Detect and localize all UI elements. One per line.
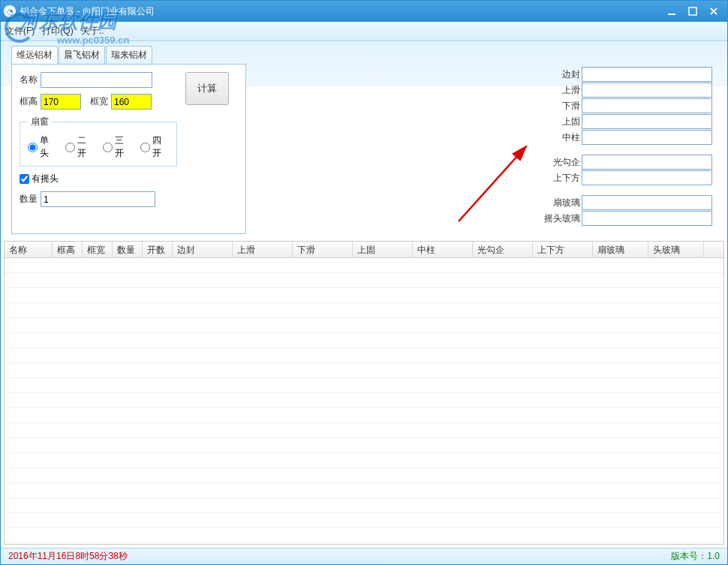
content-area: 维远铝材 晨飞铝材 瑞来铝材 计算 名称 框高 框宽 扇窗 单头 二开 三开 四… (1, 41, 727, 548)
table-row[interactable] (5, 393, 723, 408)
out-shangxiafang-label: 上下方 (553, 172, 580, 185)
fieldset-legend: 扇窗 (28, 116, 52, 128)
has-shake-checkbox[interactable] (20, 174, 29, 184)
grid-col-2[interactable]: 框宽 (83, 242, 113, 257)
grid-col-10[interactable]: 光勾企 (473, 242, 533, 257)
out-shanghua-field (582, 83, 712, 98)
out-bianfeng-field (582, 67, 712, 82)
menubar: 文件(F) 打印(Q) 关于.. (1, 22, 727, 41)
table-row[interactable] (5, 348, 723, 363)
statusbar: 2016年11月16日8时58分38秒 版本号：1.0 (1, 548, 727, 564)
out-yaotouboli-field (582, 211, 712, 226)
status-version: 版本号：1.0 (671, 550, 720, 563)
window-title: 铝合金下单器 - 向阳门业有限公司 (20, 5, 661, 18)
svg-line-2 (459, 146, 526, 221)
table-row[interactable] (5, 378, 723, 393)
table-row[interactable] (5, 453, 723, 468)
out-guanggouqi-field (582, 155, 712, 170)
grid-col-1[interactable]: 框高 (53, 242, 83, 257)
radio-triple[interactable]: 三开 (103, 134, 131, 160)
grid-body[interactable] (5, 258, 723, 544)
grid-col-13[interactable]: 头玻璃 (648, 242, 704, 257)
grid-col-9[interactable]: 中柱 (413, 242, 473, 257)
table-row[interactable] (5, 438, 723, 453)
width-label: 框宽 (90, 95, 108, 108)
out-yaotouboli-label: 摇头玻璃 (544, 212, 580, 225)
status-timestamp: 2016年11月16日8时58分38秒 (8, 550, 128, 563)
table-row[interactable] (5, 288, 723, 303)
table-row[interactable] (5, 333, 723, 348)
grid-header: 名称框高框宽数量开数边封上滑下滑上固中柱光勾企上下方扇玻璃头玻璃 (5, 242, 723, 258)
out-xiahua-field (582, 98, 712, 113)
grid-col-4[interactable]: 开数 (143, 242, 173, 257)
out-zhongzhu-field (582, 130, 712, 145)
grid-col-0[interactable]: 名称 (5, 242, 53, 257)
out-guanggouqi-label: 光勾企 (553, 156, 580, 169)
close-button[interactable] (703, 4, 724, 19)
name-input[interactable] (41, 72, 152, 88)
table-row[interactable] (5, 483, 723, 498)
table-row[interactable] (5, 468, 723, 483)
form-panel: 计算 名称 框高 框宽 扇窗 单头 二开 三开 四开 有摇头 数量 (11, 64, 246, 234)
tab-ruilai[interactable]: 瑞来铝材 (106, 46, 152, 64)
menu-print[interactable]: 打印(Q) (42, 25, 73, 38)
out-shanghua-label: 上滑 (562, 84, 580, 97)
table-row[interactable] (5, 498, 723, 513)
window-controls (661, 4, 724, 19)
grid-col-5[interactable]: 边封 (173, 242, 233, 257)
out-xiahua-label: 下滑 (562, 100, 580, 113)
minimize-button[interactable] (661, 4, 682, 19)
output-panel: 边封 上滑 下滑 上固 中柱 光勾企 上下方 扇玻璃 摇头玻璃 (517, 67, 712, 227)
titlebar: ◔ 铝合金下单器 - 向阳门业有限公司 (1, 1, 727, 22)
radio-quad[interactable]: 四开 (140, 134, 169, 160)
grid-col-6[interactable]: 上滑 (233, 242, 293, 257)
height-label: 框高 (20, 95, 38, 108)
grid-col-11[interactable]: 上下方 (533, 242, 593, 257)
has-shake-label: 有摇头 (32, 173, 59, 185)
app-icon: ◔ (4, 5, 16, 17)
svg-rect-1 (689, 8, 696, 15)
grid-col-8[interactable]: 上固 (353, 242, 413, 257)
calculate-button[interactable]: 计算 (185, 72, 229, 105)
tab-chenfei[interactable]: 晨飞铝材 (59, 46, 105, 64)
qty-label: 数量 (20, 193, 38, 206)
table-row[interactable] (5, 408, 723, 423)
grid-col-7[interactable]: 下滑 (293, 242, 353, 257)
menu-file[interactable]: 文件(F) (5, 25, 35, 38)
table-row[interactable] (5, 318, 723, 333)
out-shanboli-label: 扇玻璃 (553, 197, 580, 209)
out-shanboli-field (582, 195, 712, 210)
out-shangxiafang-field (582, 170, 712, 185)
maximize-button[interactable] (682, 4, 703, 19)
radio-single[interactable]: 单头 (28, 134, 56, 160)
menu-about[interactable]: 关于.. (81, 25, 104, 38)
table-row[interactable] (5, 303, 723, 318)
table-row[interactable] (5, 513, 723, 528)
table-row[interactable] (5, 423, 723, 438)
out-shanggu-label: 上固 (562, 116, 580, 128)
grid-col-12[interactable]: 扇玻璃 (593, 242, 648, 257)
width-input[interactable] (111, 94, 152, 110)
tabs-bar: 维远铝材 晨飞铝材 瑞来铝材 (11, 46, 723, 64)
table-row[interactable] (5, 273, 723, 288)
grid-col-3[interactable]: 数量 (113, 242, 143, 257)
name-label: 名称 (20, 74, 38, 86)
out-shanggu-field (582, 114, 712, 129)
data-grid[interactable]: 名称框高框宽数量开数边封上滑下滑上固中柱光勾企上下方扇玻璃头玻璃 (4, 241, 724, 545)
qty-input[interactable] (41, 191, 155, 207)
tab-weiyuan[interactable]: 维远铝材 (11, 46, 58, 64)
svg-rect-0 (668, 14, 675, 15)
table-row[interactable] (5, 258, 723, 273)
table-row[interactable] (5, 528, 723, 543)
out-bianfeng-label: 边封 (562, 68, 580, 81)
height-input[interactable] (41, 94, 81, 110)
radio-double[interactable]: 二开 (65, 134, 94, 160)
out-zhongzhu-label: 中柱 (562, 131, 580, 144)
fan-window-fieldset: 扇窗 单头 二开 三开 四开 (20, 116, 177, 167)
table-row[interactable] (5, 363, 723, 378)
